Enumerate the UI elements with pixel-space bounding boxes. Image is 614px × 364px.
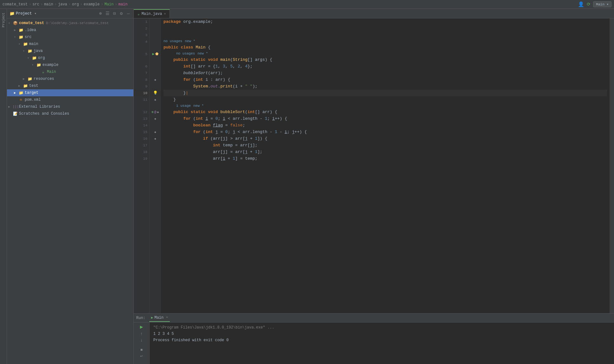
gutter-18: 18 xyxy=(134,149,149,155)
vcs-icon[interactable]: ⟳ xyxy=(587,2,591,7)
breadcrumb-main-class[interactable]: Main xyxy=(105,2,114,7)
sidebar: 📁 Project ▾ ⊕ ☰ ⊟ ⚙ — ▾ 📦 comate_test D:… xyxy=(7,9,134,364)
tree-label-maindir: main xyxy=(29,42,38,46)
scroll-up-btn[interactable]: ↑ xyxy=(137,331,146,336)
hint-line-4: no usages new * xyxy=(163,38,607,44)
minimize-btn[interactable]: — xyxy=(126,11,131,16)
output-command: "C:\Program Files\Java\jdk1.8.0_192\bin\… xyxy=(153,324,610,331)
code-lines[interactable]: package org.example; no usages new * pub… xyxy=(161,18,610,313)
gutter-10: 10 xyxy=(134,90,149,96)
breadcrumb-main[interactable]: main xyxy=(44,2,53,7)
bottom-panel: Run: ▶ Main × ▶ ↑ ↓ xyxy=(134,313,614,364)
sidebar-actions: ⊕ ☰ ⊟ ⚙ — xyxy=(98,11,131,16)
hint-icon-spacer-12 xyxy=(150,103,161,109)
code-line-11: } xyxy=(163,96,607,103)
tab-close-btn[interactable]: × xyxy=(164,12,166,16)
collapse-all-btn[interactable]: ☰ xyxy=(105,11,110,16)
run-icon-5[interactable]: ▶ xyxy=(152,52,154,56)
gutter-icon-5[interactable]: ▶ ⬟ xyxy=(150,51,161,57)
folder-icon-java: 📁 xyxy=(27,49,32,54)
hint-new-5[interactable]: new * xyxy=(197,51,208,56)
breadcrumb-src[interactable]: src xyxy=(32,2,39,7)
folder-icon-target: 📁 xyxy=(18,91,23,95)
code-line-12: public static void bubbleSort(int[] arr)… xyxy=(163,109,607,115)
editor-area: ☕ Main.java × 1 2 3 4 5 6 xyxy=(134,9,614,313)
tab-bar: ☕ Main.java × xyxy=(134,9,614,18)
tree-item-scratches[interactable]: 📝 Scratches and Consoles xyxy=(7,110,133,117)
run-config-arrow: ▾ xyxy=(606,3,609,6)
tree-label-java: java xyxy=(34,49,43,53)
tree-item-target[interactable]: ▶ 📁 target xyxy=(7,89,133,96)
scope-btn[interactable]: ⊟ xyxy=(112,11,117,16)
settings-btn[interactable]: ⚙ xyxy=(119,11,124,16)
code-line-3 xyxy=(163,32,607,38)
breadcrumb-org[interactable]: org xyxy=(72,2,79,7)
gutter-15: 15 xyxy=(134,129,149,135)
run-output: "C:\Program Files\Java\jdk1.8.0_192\bin\… xyxy=(150,322,614,364)
breadcrumb-example[interactable]: example xyxy=(84,2,99,7)
plus-icon-12[interactable]: ⊕ xyxy=(151,110,154,114)
breadcrumb-main-method[interactable]: main xyxy=(118,2,128,7)
gutter-icon-14 xyxy=(150,122,161,129)
code-line-17: int temp = arr[j]; xyxy=(163,142,607,149)
project-tree: ▾ 📦 comate_test D:\Code\my-java-se\comat… xyxy=(7,18,133,364)
hint-1usage-12[interactable]: 1 usage xyxy=(176,103,191,109)
tree-item-idea[interactable]: ▶ 📁 .idea xyxy=(7,27,133,34)
run-config-dropdown[interactable]: Main ▾ xyxy=(593,1,611,7)
tree-item-main-java[interactable]: ☕ Main xyxy=(7,68,133,75)
arrow-example: ▾ xyxy=(32,63,36,67)
tree-item-maindir[interactable]: ▾ 📁 main xyxy=(7,41,133,48)
tree-item-org[interactable]: ▾ 📁 org xyxy=(7,54,133,61)
bottom-tab-main[interactable]: ▶ Main × xyxy=(149,314,170,322)
gutter-icon-12[interactable]: ⊕ @ ◈ xyxy=(150,109,161,115)
code-line-7: bubbleSort(arr); xyxy=(163,70,607,76)
tree-item-resources[interactable]: ▶ 📁 resources xyxy=(7,75,133,82)
hint-nousages-4[interactable]: no usages xyxy=(163,38,182,44)
tree-item-test[interactable]: ▶ 📁 test xyxy=(7,82,133,89)
hint-new-4[interactable]: new * xyxy=(185,38,195,44)
tree-label-idea: .idea xyxy=(25,28,36,32)
run-label: Run: xyxy=(136,316,145,320)
run-tab-close[interactable]: × xyxy=(166,316,168,319)
hint-new-12[interactable]: new * xyxy=(193,103,204,109)
tree-item-src[interactable]: ▾ 📁 src xyxy=(7,34,133,41)
editor-section: ☕ Main.java × 1 2 3 4 5 6 xyxy=(134,9,614,364)
hint-nousages-5[interactable]: no usages xyxy=(176,51,195,56)
exit-text: Process finished with exit code 0 xyxy=(153,338,229,342)
tree-item-example[interactable]: ▾ 📁 example xyxy=(7,61,133,68)
folder-icon-org: 📁 xyxy=(32,56,37,61)
wrap-btn[interactable]: ↩ xyxy=(137,354,146,359)
arrow-root: ▾ xyxy=(8,21,13,25)
hint-line-12: 1 usage new * xyxy=(163,103,607,109)
tree-item-pom[interactable]: m pom.xml xyxy=(7,96,133,103)
project-dropdown-arrow[interactable]: ▾ xyxy=(34,11,36,16)
tree-label-root: comate_test xyxy=(19,21,44,25)
project-vertical-label[interactable]: Project xyxy=(0,10,7,30)
scroll-down-btn[interactable]: ↓ xyxy=(137,338,146,343)
at-icon-12[interactable]: @ xyxy=(154,110,157,114)
bulb-icon-10[interactable]: 💡 xyxy=(153,91,158,95)
wrap-icon: ↩ xyxy=(140,354,143,359)
left-vertical-tab: Project xyxy=(0,9,7,364)
gutter-5: 5 xyxy=(134,51,149,57)
gutter-icon-10: 💡 xyxy=(150,90,161,96)
debug-icon-5[interactable]: ⬟ xyxy=(155,52,158,56)
tree-item-root[interactable]: ▾ 📦 comate_test D:\Code\my-java-se\comat… xyxy=(7,20,133,27)
run-btn[interactable]: ▶ xyxy=(137,324,146,330)
stop-btn[interactable]: ■ xyxy=(137,348,146,352)
gutter-icon-16: ◈ xyxy=(150,135,161,142)
folder-icon-test: 📁 xyxy=(23,84,28,88)
editor-tab-main[interactable]: ☕ Main.java × xyxy=(134,9,170,18)
code-line-5: public static void main(String[] args) { xyxy=(163,56,607,63)
gutter-icon-6 xyxy=(150,63,161,70)
gutter-icon-11: ◈ xyxy=(150,96,161,103)
code-line-4: public class Main { xyxy=(163,44,607,51)
user-icon[interactable]: 👤 xyxy=(578,1,584,8)
code-line-16: if (arr[j] > arr[j + 1]) { xyxy=(163,135,607,142)
tree-item-extlibs[interactable]: ▶ ||| External Libraries xyxy=(7,103,133,110)
breadcrumb-comate[interactable]: comate_test xyxy=(3,2,28,7)
hint-line-5: no usages new * xyxy=(163,51,607,56)
tree-item-java[interactable]: ▾ 📁 java xyxy=(7,48,133,54)
add-content-root-btn[interactable]: ⊕ xyxy=(98,11,103,16)
breadcrumb-java[interactable]: java xyxy=(58,2,67,7)
